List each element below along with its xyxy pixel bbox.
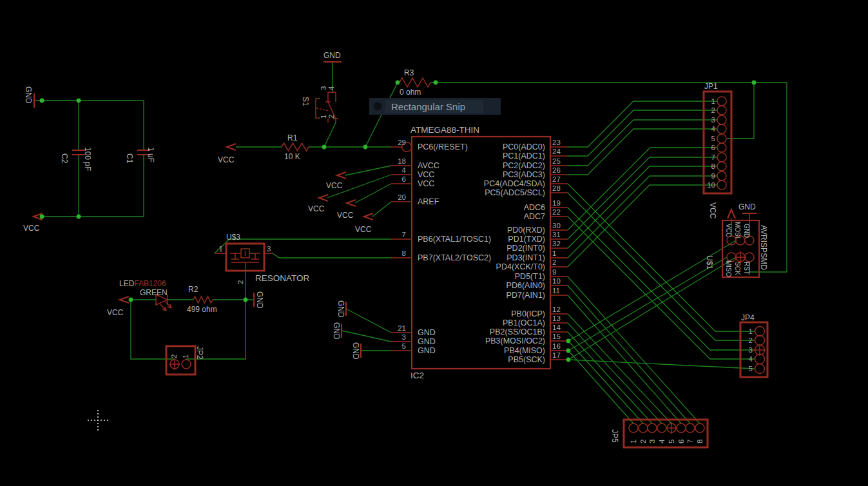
pin-number: 20 — [398, 193, 406, 201]
cap-value: 100 pF — [83, 147, 92, 171]
pin-number: 10 — [552, 277, 561, 285]
jp5-pin: 2 — [639, 440, 647, 443]
pin-name: ADC7 — [524, 212, 545, 221]
vcc-label: VCC — [23, 224, 40, 233]
pin-name: PD1(TXD) — [508, 235, 545, 244]
switch-pin-2: 2 — [327, 115, 335, 119]
isp-pin-label: SCK — [734, 262, 741, 275]
vcc-label: VCC — [337, 211, 354, 220]
jp2-pin-1: 1 — [182, 355, 189, 358]
pin-number: 21 — [398, 324, 406, 332]
pin-name: PC0(ADC0) — [503, 142, 545, 151]
pin-number: 11 — [552, 287, 560, 295]
pin-name: PD5(T1) — [515, 272, 545, 281]
junction-dot — [322, 145, 327, 150]
led-part: FAB1206 — [134, 279, 166, 288]
pin-number: 1 — [552, 249, 556, 257]
pin-name: PB4(MISO) — [504, 346, 545, 355]
switch-name: S1 — [301, 97, 310, 106]
resonator-pin-2: 2 — [236, 280, 244, 284]
jp5-pin: 1 — [630, 440, 637, 443]
pin-number: 17 — [552, 351, 561, 359]
jp1-pin: 3 — [711, 116, 715, 124]
pin-number: 26 — [552, 166, 561, 174]
gnd-symbol-led[interactable]: GND — [254, 291, 264, 309]
jp5-pin: 8 — [696, 440, 704, 443]
resonator-name: U$3 — [226, 233, 240, 242]
jp1-pin: 4 — [711, 125, 716, 133]
pin-name: PB7(XTAL2/TOSC2) — [418, 253, 491, 262]
pin-name: PD7(AIN1) — [506, 291, 545, 300]
jp5-name: JP5 — [610, 429, 619, 443]
jp1-pin: 7 — [711, 153, 715, 161]
vcc-label: VCC — [218, 155, 235, 164]
led-name: LEDFAB1206 — [119, 279, 166, 288]
pin-number: 8 — [402, 249, 406, 257]
gnd-label: GND — [24, 86, 33, 104]
pin-name: PC4(ADC4/SDA) — [484, 179, 545, 188]
jp1-pin: 10 — [707, 181, 715, 189]
pin-name: PC2(ADC2) — [503, 161, 545, 170]
pin-number: 7 — [402, 231, 406, 238]
vcc-label: VCC — [708, 202, 717, 219]
isp-part: AVRISPSMD — [759, 225, 768, 270]
jp5-pin: 3 — [648, 440, 656, 443]
isp-pin-label: RST — [743, 262, 750, 275]
gnd-symbol-pin3[interactable]: GND — [332, 322, 342, 340]
jp5-pin: 4 — [658, 439, 666, 443]
pin-number: 31 — [552, 231, 561, 238]
pin-number: 25 — [552, 157, 561, 165]
jp1-name: JP1 — [704, 82, 718, 91]
resonator-value: RESONATOR — [255, 273, 310, 283]
jp5-pin: 7 — [686, 440, 694, 443]
junction-dot — [77, 99, 81, 103]
pin-name: PC6(/RESET) — [418, 142, 468, 151]
gnd-label: GND — [332, 322, 341, 340]
pin-name: AREF — [418, 197, 439, 206]
schematic-canvas: GND VCC C2 100 pF C1 1 uF GND 3 4 1 2 S1… — [0, 0, 868, 486]
gnd-symbol-pin5[interactable]: GND — [351, 342, 361, 360]
pin-name: PB3(MOSI/OC2) — [485, 336, 545, 345]
switch-pin-4: 4 — [327, 86, 335, 90]
isp-name: U$1 — [705, 255, 714, 269]
pin-name: PC1(ADC1) — [503, 151, 545, 160]
pin-name: PD6(AIN0) — [506, 281, 545, 290]
jp1-pin: 2 — [711, 106, 715, 114]
junction-dot — [77, 215, 81, 219]
jp4-pin: 5 — [749, 365, 753, 373]
resonator-pin-3: 3 — [267, 245, 271, 253]
jp4-pin: 3 — [749, 346, 753, 354]
pin-number: 27 — [552, 175, 561, 183]
pin-name: PD4(XCK/T0) — [496, 262, 545, 271]
vcc-label: VCC — [308, 204, 325, 213]
gnd-symbol-pin21[interactable]: GND — [336, 300, 346, 318]
isp-pin-label: VCC — [725, 224, 732, 237]
pin-number: 12 — [552, 306, 561, 313]
jp2-name: JP2 — [195, 346, 204, 360]
snip-overlay[interactable]: Rectangular Snip — [369, 98, 501, 115]
resistor-name: R1 — [287, 133, 298, 142]
jp1-pin: 5 — [711, 135, 715, 142]
snip-overlay-label: Rectangular Snip — [391, 101, 465, 112]
pin-name: GND — [418, 337, 436, 346]
pin-name: PD2(INT0) — [506, 244, 545, 253]
junction-dot — [566, 349, 571, 353]
jp4-pin: 1 — [749, 327, 753, 335]
pin-number: 29 — [398, 139, 406, 146]
jp1-pin: 8 — [711, 162, 715, 170]
pin-name: PB5(SCK) — [508, 355, 545, 364]
ic-title: ATMEGA88-THIN — [410, 125, 479, 135]
isp-pin-label: MOSI — [734, 222, 741, 238]
gnd-label: GND — [351, 342, 360, 360]
isp-pin-label: MISO — [725, 260, 732, 277]
isp-pin-label: GND — [743, 224, 750, 238]
pin-number: 23 — [552, 139, 561, 146]
gnd-label: GND — [336, 300, 345, 318]
pin-number: 14 — [552, 324, 561, 331]
pin-number: 2 — [552, 258, 556, 266]
gnd-label: GND — [255, 291, 264, 309]
junction-dot — [434, 81, 438, 85]
resonator-pin-1: 1 — [219, 245, 223, 253]
junction-dot — [566, 339, 571, 344]
pin-name: ADC6 — [524, 203, 545, 212]
